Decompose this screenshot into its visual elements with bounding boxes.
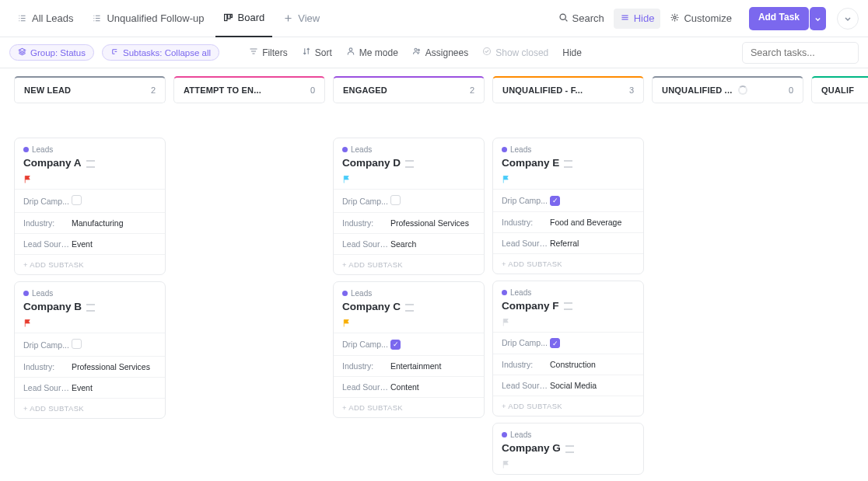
description-icon [86, 304, 95, 310]
priority-flag-icon[interactable] [502, 173, 511, 183]
add-task-button[interactable]: Add Task [749, 7, 809, 30]
field-industry: Industry:Professional Services [15, 356, 165, 377]
tool-label: Search [572, 12, 604, 24]
add-task-dropdown[interactable] [810, 7, 826, 30]
gear-icon [670, 12, 680, 25]
card-list-label: Leads [23, 289, 156, 298]
field-source: Lead Source:Event [15, 233, 165, 254]
priority-flag-icon[interactable] [23, 317, 33, 326]
card-title: Company C [342, 298, 475, 317]
priority-flag-icon[interactable] [502, 316, 511, 326]
add-subtask-button[interactable]: + ADD SUBTASK [334, 397, 484, 417]
priority-flag-icon[interactable] [502, 458, 511, 468]
fitem-label: Sort [315, 47, 332, 58]
column-header[interactable]: UNQUALIFIED ...0 [652, 76, 803, 103]
customize-button[interactable]: Customize [663, 9, 737, 29]
checkbox-checked-icon[interactable]: ✓ [550, 196, 560, 206]
list-icon [92, 13, 102, 23]
task-card[interactable]: Leads Company E Drip Camp...✓Industry:Fo… [492, 138, 644, 274]
search-tasks-input[interactable] [742, 42, 859, 64]
checkbox-unchecked-icon[interactable] [72, 339, 82, 349]
add-subtask-button[interactable]: + ADD SUBTASK [493, 396, 643, 416]
field-industry: Industry:Construction [493, 354, 643, 375]
tab-unqualified-follow-up[interactable]: Unqualified Follow-up [84, 8, 212, 29]
tab-label: All Leads [32, 12, 73, 24]
tab-board[interactable]: Board [215, 0, 273, 37]
fitem-label: Show closed [495, 47, 548, 58]
filters-button[interactable]: Filters [246, 44, 291, 61]
card-list-label: Leads [502, 145, 635, 154]
field-industry: Industry:Entertainment [334, 355, 484, 376]
column-header[interactable]: ENGAGED2 [333, 76, 485, 103]
person-icon [346, 47, 355, 58]
field-drip: Drip Camp...✓ [493, 332, 643, 354]
column-header[interactable]: UNQUALIFIED - F...3 [492, 76, 644, 103]
field-source: Lead Source:Event [15, 377, 165, 398]
checkbox-unchecked-icon[interactable] [72, 195, 82, 205]
column-count: 2 [151, 85, 156, 95]
subtasks-chip[interactable]: Subtasks: Collapse all [102, 44, 219, 61]
group-status-chip[interactable]: Group: Status [9, 44, 94, 61]
show-closed-button[interactable]: Show closed [479, 44, 551, 61]
search-button[interactable]: Search [552, 9, 611, 29]
task-card[interactable]: Leads Company G [492, 423, 644, 475]
column-header[interactable]: NEW LEAD2 [14, 76, 166, 103]
column-name: ENGAGED [343, 85, 387, 95]
board-column: QUALIF [811, 76, 868, 138]
loading-icon [738, 85, 747, 95]
checkbox-unchecked-icon[interactable] [390, 195, 401, 205]
task-card[interactable]: Leads Company F Drip Camp...✓Industry:Co… [492, 281, 644, 417]
task-card[interactable]: Leads Company B Drip Camp...Industry:Pro… [14, 281, 166, 419]
add-subtask-button[interactable]: + ADD SUBTASK [15, 254, 165, 274]
list-dot-icon [502, 290, 507, 295]
column-name: QUALIF [821, 85, 854, 95]
board-icon [223, 12, 233, 23]
task-card[interactable]: Leads Company D Drip Camp...Industry:Pro… [333, 138, 485, 275]
hide-filter-button[interactable]: Hide [559, 45, 585, 61]
priority-flag-icon[interactable] [342, 173, 352, 183]
column-name: UNQUALIFIED ... [662, 85, 732, 95]
more-menu[interactable] [837, 8, 859, 30]
sort-button[interactable]: Sort [299, 44, 335, 61]
column-count: 2 [470, 85, 474, 95]
priority-flag-icon[interactable] [23, 173, 33, 183]
field-source: Lead Source:Content [334, 376, 484, 397]
board-column: ATTEMPT TO EN...0 [173, 76, 325, 138]
board-column: ENGAGED2 Leads Company D Drip Camp...Ind… [333, 76, 485, 424]
add-subtask-button[interactable]: + ADD SUBTASK [493, 253, 643, 274]
board-column: NEW LEAD2 Leads Company A Drip Camp...In… [14, 76, 166, 425]
sort-icon [302, 47, 311, 58]
card-title: Company B [23, 298, 156, 317]
card-list-label: Leads [23, 145, 156, 154]
list-dot-icon [342, 147, 348, 152]
task-card[interactable]: Leads Company C Drip Camp...✓Industry:En… [333, 281, 485, 418]
tab-label: Unqualified Follow-up [107, 12, 204, 24]
add-subtask-button[interactable]: + ADD SUBTASK [15, 398, 165, 418]
column-header[interactable]: QUALIF [811, 76, 868, 103]
field-drip: Drip Camp... [15, 333, 165, 356]
fitem-label: Hide [562, 47, 582, 58]
card-list-label: Leads [342, 289, 475, 298]
assignees-button[interactable]: Assignees [409, 44, 471, 61]
chevron-down-icon [844, 15, 852, 23]
search-icon [558, 12, 569, 25]
priority-flag-icon[interactable] [342, 317, 352, 326]
add-subtask-button[interactable]: + ADD SUBTASK [334, 254, 484, 274]
checkbox-checked-icon[interactable]: ✓ [550, 338, 560, 348]
fitem-label: Assignees [425, 47, 468, 58]
card-list-label: Leads [342, 145, 475, 154]
tab-add-view[interactable]: View [275, 8, 327, 29]
card-title: Company F [502, 297, 635, 316]
svg-point-7 [418, 49, 419, 51]
tab-all-leads[interactable]: All Leads [9, 8, 81, 29]
svg-rect-0 [224, 14, 226, 20]
column-header[interactable]: ATTEMPT TO EN...0 [173, 76, 325, 103]
checkbox-checked-icon[interactable]: ✓ [390, 340, 401, 350]
stack-icon [18, 47, 26, 58]
me-mode-button[interactable]: Me mode [343, 44, 401, 61]
description-icon [86, 160, 95, 166]
task-card[interactable]: Leads Company A Drip Camp...Industry:Man… [14, 138, 166, 275]
hide-button[interactable]: Hide [614, 9, 661, 29]
list-dot-icon [342, 291, 348, 296]
subtask-icon [110, 47, 119, 58]
